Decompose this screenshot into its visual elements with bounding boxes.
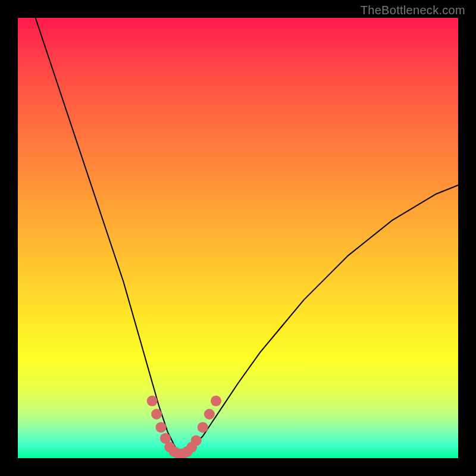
chart-frame: TheBottleneck.com [0,0,476,476]
marker-dot [211,396,221,406]
marker-dot [147,396,158,406]
marker-dot [151,409,162,419]
plot-area [18,18,458,458]
marker-dot [198,422,208,433]
watermark-text: TheBottleneck.com [361,4,465,17]
marker-dot [204,409,215,419]
marker-dot [156,422,167,433]
curve-svg [18,18,458,458]
bottleneck-curve [36,18,458,454]
marker-dot [191,435,202,446]
curve-markers [147,396,221,458]
